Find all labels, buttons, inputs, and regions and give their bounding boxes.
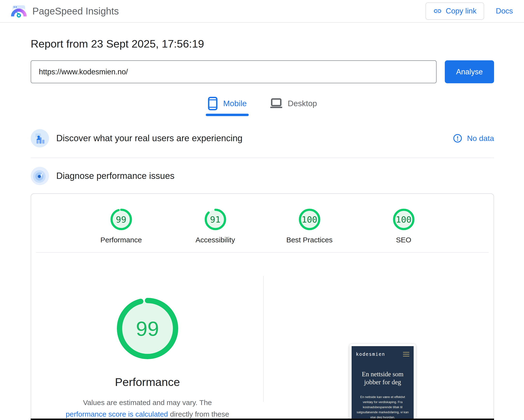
performance-score-label: Performance bbox=[100, 236, 142, 244]
site-paragraph: En nettside kan være et effektivt verktø… bbox=[355, 394, 410, 420]
site-heading: En nettside som jobber for deg bbox=[357, 370, 408, 386]
score-calc-link[interactable]: performance score is calculated bbox=[66, 410, 168, 418]
active-tab-underline bbox=[206, 114, 248, 116]
best-practices-score-value: 100 bbox=[298, 208, 321, 231]
report-heading: Report from 23 Sept 2025, 17:56:19 bbox=[31, 38, 494, 50]
diagnose-title: Diagnose performance issues bbox=[56, 171, 174, 181]
performance-big-gauge: 99 bbox=[117, 298, 178, 360]
desktop-laptop-icon bbox=[270, 98, 282, 109]
category-scores-row: 99 Performance 91 Accessibility bbox=[31, 194, 494, 244]
score-gauge-accessibility[interactable]: 91 Accessibility bbox=[186, 208, 244, 244]
diagnose-gauge-icon bbox=[31, 167, 49, 185]
tab-desktop[interactable]: Desktop bbox=[270, 97, 317, 116]
screenshot-content: kodesmien En nettside som jobber for deg… bbox=[352, 346, 414, 420]
accessibility-score-value: 91 bbox=[204, 208, 227, 231]
score-gauge-seo[interactable]: 100 SEO bbox=[375, 208, 433, 244]
mobile-phone-icon bbox=[208, 97, 218, 110]
seo-score-value: 100 bbox=[393, 208, 415, 231]
info-alert-icon bbox=[453, 134, 462, 143]
copy-link-button[interactable]: Copy link bbox=[426, 2, 484, 20]
performance-score-value: 99 bbox=[110, 208, 132, 231]
score-gauge-performance[interactable]: 99 Performance bbox=[92, 208, 150, 244]
big-gauge-label: Performance bbox=[115, 375, 180, 389]
discover-title: Discover what your real users are experi… bbox=[56, 133, 243, 143]
diagnose-section: Diagnose performance issues bbox=[31, 158, 494, 193]
pagespeed-logo-icon bbox=[11, 3, 26, 19]
performance-detail-column: 99 Performance Values are estimated and … bbox=[31, 253, 264, 420]
url-input[interactable] bbox=[31, 60, 437, 83]
app-title: PageSpeed Insights bbox=[32, 6, 119, 17]
copy-link-label: Copy link bbox=[446, 7, 477, 16]
big-gauge-score: 99 bbox=[117, 298, 178, 360]
seo-score-label: SEO bbox=[396, 236, 411, 244]
best-practices-score-label: Best Practices bbox=[286, 236, 333, 244]
page-screenshot-thumbnail: kodesmien En nettside som jobber for deg… bbox=[349, 344, 416, 420]
desc-text-1: Values are estimated and may vary. The bbox=[83, 399, 212, 406]
discover-section: Discover what your real users are experi… bbox=[31, 129, 494, 158]
score-gauge-best-practices[interactable]: 100 Best Practices bbox=[281, 208, 339, 244]
pagespeed-insights-page: PageSpeed Insights Copy link Docs Report… bbox=[0, 0, 524, 420]
app-header: PageSpeed Insights Copy link Docs bbox=[0, 0, 524, 23]
lighthouse-results-card: 99 Performance 91 Accessibility bbox=[31, 193, 494, 420]
vertical-divider bbox=[263, 276, 264, 402]
no-data-link[interactable]: No data bbox=[453, 134, 494, 143]
site-logo-text: kodesmien bbox=[356, 351, 385, 357]
analyse-button[interactable]: Analyse bbox=[445, 60, 494, 83]
tab-mobile[interactable]: Mobile bbox=[208, 97, 246, 116]
hamburger-menu-icon bbox=[403, 352, 409, 357]
device-tabs: Mobile Desktop bbox=[31, 97, 494, 116]
docs-link[interactable]: Docs bbox=[496, 7, 513, 16]
accessibility-score-label: Accessibility bbox=[196, 236, 235, 244]
score-description: Values are estimated and may vary. The p… bbox=[65, 397, 230, 420]
tab-mobile-label: Mobile bbox=[223, 99, 246, 108]
link-icon bbox=[433, 7, 442, 16]
tab-desktop-label: Desktop bbox=[288, 99, 317, 108]
no-data-label: No data bbox=[467, 134, 494, 143]
next-section-edge bbox=[31, 419, 494, 420]
real-users-icon bbox=[31, 129, 49, 147]
